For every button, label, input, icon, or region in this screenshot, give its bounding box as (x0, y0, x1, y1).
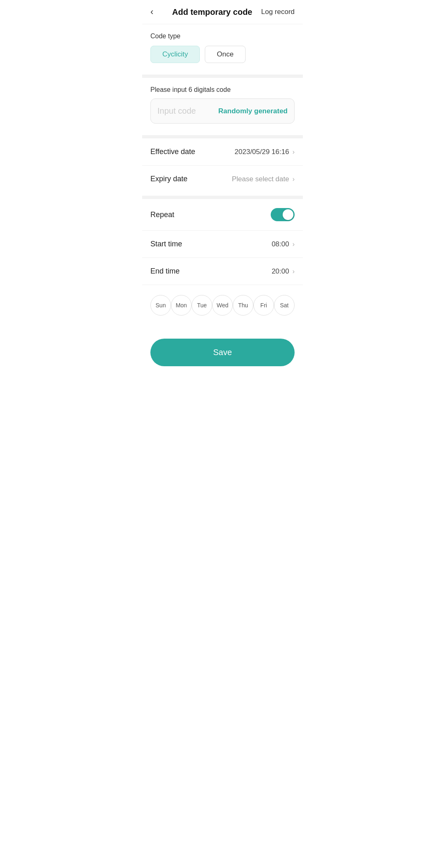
back-button[interactable]: ‹ (150, 7, 167, 17)
day-sat[interactable]: Sat (274, 295, 295, 316)
effective-date-row[interactable]: Effective date 2023/05/29 16:16 › (142, 138, 303, 166)
end-time-value: 20:00 › (272, 267, 295, 276)
code-type-buttons: Cyclicity Once (150, 46, 295, 63)
code-input-section: Please input 6 digitals code Input code … (142, 78, 303, 132)
save-button[interactable]: Save (150, 339, 295, 366)
days-section: Sun Mon Tue Wed Thu Fri Sat (142, 285, 303, 329)
start-time-label: Start time (150, 240, 182, 248)
save-section: Save (142, 329, 303, 379)
expiry-date-chevron: › (293, 175, 295, 183)
divider-3 (142, 196, 303, 199)
page-title: Add temporary code (167, 7, 258, 17)
day-sun[interactable]: Sun (150, 295, 171, 316)
expiry-date-placeholder: Please select date › (232, 175, 295, 183)
toggle-thumb (283, 209, 293, 220)
cyclicity-button[interactable]: Cyclicity (150, 46, 200, 63)
effective-date-label: Effective date (150, 147, 195, 156)
repeat-section: Repeat Start time 08:00 › End time 20:00… (142, 199, 303, 329)
start-time-chevron: › (293, 241, 295, 248)
code-input-placeholder[interactable]: Input code (157, 106, 218, 116)
repeat-label: Repeat (150, 211, 174, 219)
code-type-label: Code type (150, 33, 295, 40)
day-wed[interactable]: Wed (212, 295, 233, 316)
start-time-row[interactable]: Start time 08:00 › (142, 231, 303, 258)
day-mon[interactable]: Mon (171, 295, 192, 316)
effective-date-value: 2023/05/29 16:16 › (234, 148, 295, 156)
code-input-box: Input code Randomly generated (150, 98, 295, 124)
day-thu[interactable]: Thu (233, 295, 253, 316)
day-fri[interactable]: Fri (253, 295, 274, 316)
divider-2 (142, 135, 303, 138)
expiry-date-label: Expiry date (150, 175, 187, 183)
log-record-button[interactable]: Log record (258, 8, 295, 16)
header: ‹ Add temporary code Log record (142, 0, 303, 24)
end-time-row[interactable]: End time 20:00 › (142, 258, 303, 285)
randomly-generated-button[interactable]: Randomly generated (218, 107, 288, 115)
code-type-section: Code type Cyclicity Once (142, 24, 303, 71)
effective-date-chevron: › (293, 148, 295, 156)
expiry-date-row[interactable]: Expiry date Please select date › (142, 166, 303, 192)
end-time-chevron: › (293, 268, 295, 275)
repeat-row: Repeat (142, 199, 303, 231)
toggle-track (271, 208, 295, 221)
day-tue[interactable]: Tue (192, 295, 212, 316)
end-time-label: End time (150, 267, 180, 276)
code-input-label: Please input 6 digitals code (150, 86, 295, 94)
once-button[interactable]: Once (205, 46, 246, 63)
days-row: Sun Mon Tue Wed Thu Fri Sat (150, 292, 295, 319)
repeat-toggle[interactable] (271, 208, 295, 221)
dates-section: Effective date 2023/05/29 16:16 › Expiry… (142, 138, 303, 192)
start-time-value: 08:00 › (272, 240, 295, 248)
divider-1 (142, 75, 303, 78)
